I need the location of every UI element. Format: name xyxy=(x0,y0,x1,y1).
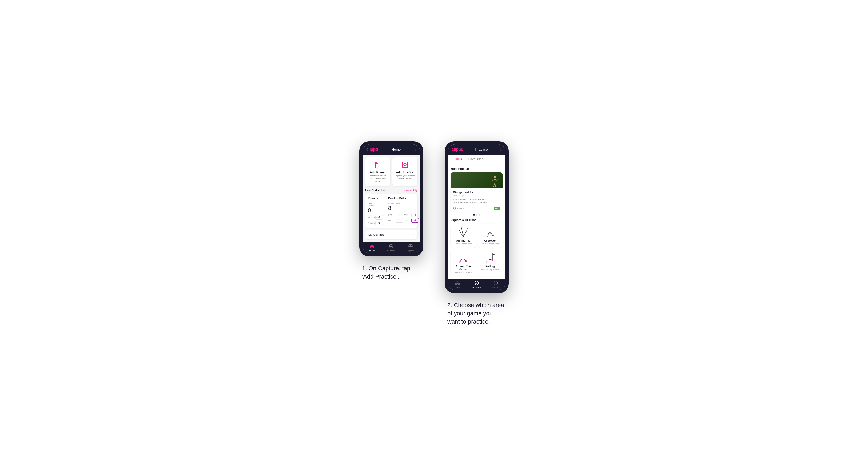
drills-capture-value: 8 xyxy=(388,205,419,211)
nav-home[interactable]: Home xyxy=(363,244,382,252)
putt-value: 4 xyxy=(411,218,419,223)
phone2-header-title: Practice xyxy=(475,147,488,151)
phone1-logo: clippd xyxy=(366,147,378,152)
nav-home-label: Home xyxy=(369,249,375,252)
action-cards: Add Round Record your shots fast or enha… xyxy=(365,157,417,186)
phone1-caption: 1. On Capture, tap 'Add Practice'. xyxy=(362,264,421,281)
rounds-capture-label: Rounds Capture xyxy=(368,202,383,207)
nav2-capture-label: Capture xyxy=(492,286,500,288)
skill-card-ott[interactable]: Off The Tee Power and accuracy xyxy=(451,224,476,248)
phone2-menu-icon[interactable]: ≡ xyxy=(500,147,502,152)
tabs-bar: Drills Favourites xyxy=(448,155,505,164)
arg-visual xyxy=(457,252,470,264)
ott-desc: Power and accuracy xyxy=(455,243,472,245)
stats-container: Rounds Rounds Capture 0 Tournament 0 xyxy=(365,194,417,228)
phone2-bottom-nav: Home Activities xyxy=(448,279,505,290)
most-popular-title: Most Popular xyxy=(451,167,503,170)
drill-image xyxy=(451,173,503,188)
tab-drills[interactable]: Drills xyxy=(452,155,465,164)
nav-capture-label: Capture xyxy=(407,249,414,252)
rounds-capture-value: 0 xyxy=(368,207,383,214)
phone1-section: clippd Home ≡ xyxy=(359,141,423,281)
putt-label: PUTT xyxy=(404,219,410,221)
phone2-header: clippd Practice ≡ xyxy=(448,145,505,155)
phone1-content: Add Round Record your shots fast or enha… xyxy=(363,155,420,242)
rounds-mini-stats: Tournament 0 Practice 0 xyxy=(368,215,383,225)
phone1-screen: clippd Home ≡ xyxy=(363,145,420,253)
arg-value: 0 xyxy=(396,218,403,223)
practice-card-icon xyxy=(401,160,409,169)
golf-bag-chevron: › xyxy=(413,233,414,237)
practice-label: Practice xyxy=(368,222,374,224)
putt-visual xyxy=(484,252,497,264)
putt-row: PUTT 4 xyxy=(404,218,419,223)
drills-col: Practice Drills Drills Capture 8 OTT 0 xyxy=(388,197,419,225)
nav-capture[interactable]: Capture xyxy=(401,244,420,252)
svg-point-2 xyxy=(404,163,406,165)
practice-row: Practice 0 xyxy=(368,221,383,225)
favourite-star-icon[interactable]: ☆ xyxy=(497,191,500,194)
phone1-frame: clippd Home ≡ xyxy=(359,141,423,256)
rounds-col-title: Rounds xyxy=(368,197,383,201)
approach-desc: Dial-in to hit the green xyxy=(481,243,499,245)
ott-label: OTT xyxy=(388,214,395,216)
rounds-col: Rounds Rounds Capture 0 Tournament 0 xyxy=(368,197,383,225)
explore-title: Explore skill areas xyxy=(451,218,503,221)
featured-info: Wedge Ladder 50–100 yds Play 1 shot at e… xyxy=(451,188,503,206)
nav2-home-label: Home xyxy=(455,286,460,288)
svg-point-23 xyxy=(459,261,460,262)
arg-row: ARG 0 xyxy=(388,218,403,223)
ott-visual xyxy=(457,226,470,238)
arg-label: ARG xyxy=(388,219,395,221)
svg-line-13 xyxy=(492,179,495,181)
skill-card-arg[interactable]: Around The Green Hone your short game xyxy=(451,249,476,276)
drill-name: Wedge Ladder xyxy=(453,191,495,194)
svg-point-11 xyxy=(494,176,496,178)
phone2-logo: clippd xyxy=(452,147,463,152)
skill-card-putt[interactable]: Putting Make and lag practice xyxy=(477,249,503,276)
phone1-menu-icon[interactable]: ≡ xyxy=(414,147,416,152)
putt-desc: Make and lag practice xyxy=(481,269,499,270)
ott-value: 0 xyxy=(396,213,403,217)
drill-range: 50–100 yds xyxy=(453,194,495,197)
nav2-activities[interactable]: Activities xyxy=(467,281,486,288)
approach-visual xyxy=(484,226,497,238)
ott-name: Off The Tee xyxy=(456,239,470,242)
nav2-capture[interactable]: Capture xyxy=(486,281,505,288)
tournament-value: 0 xyxy=(375,215,383,220)
app-row: APP 4 xyxy=(404,213,419,217)
drill-desc: Play 1 shot at each target yardage. If y… xyxy=(453,198,495,204)
svg-point-24 xyxy=(460,261,461,262)
tab-favourites[interactable]: Favourites xyxy=(465,155,487,164)
months-title: Last 3 Months xyxy=(365,189,385,192)
shots-info: 9 shots xyxy=(453,207,464,210)
view-activity-link[interactable]: View Activity xyxy=(404,189,417,192)
nav2-home[interactable]: Home xyxy=(448,281,467,288)
add-practice-card[interactable]: Add Practice Capture your practice off-t… xyxy=(393,157,417,186)
svg-point-18 xyxy=(454,207,456,209)
phone1-header: clippd Home ≡ xyxy=(363,145,420,155)
ott-row: OTT 0 xyxy=(388,213,403,217)
svg-line-17 xyxy=(495,183,496,187)
nav-activities[interactable]: Activities xyxy=(382,244,401,252)
phone2-section: clippd Practice ≡ Drills Favourites Most… xyxy=(445,141,509,326)
drills-col-title: Practice Drills xyxy=(388,197,419,201)
add-round-card[interactable]: Add Round Record your shots fast or enha… xyxy=(365,157,390,186)
stats-row: Rounds Rounds Capture 0 Tournament 0 xyxy=(368,197,415,225)
phone1-bottom-nav: Home Activities xyxy=(363,242,420,253)
golf-bag-row[interactable]: My Golf Bag › xyxy=(365,230,417,239)
dot-1 xyxy=(473,214,475,216)
putt-name: Putting xyxy=(486,265,495,268)
nav2-activities-label: Activities xyxy=(472,286,481,288)
add-practice-title: Add Practice xyxy=(396,170,414,174)
svg-line-16 xyxy=(493,183,495,187)
phone1-header-title: Home xyxy=(392,147,401,151)
phone2-screen: clippd Practice ≡ Drills Favourites Most… xyxy=(448,145,505,290)
phone2-caption: 2. Choose which area of your game you wa… xyxy=(447,301,506,326)
skill-card-approach[interactable]: Approach Dial-in to hit the green xyxy=(477,224,503,248)
arg-name: Around The Green xyxy=(453,265,474,271)
phone2-frame: clippd Practice ≡ Drills Favourites Most… xyxy=(445,141,509,293)
drills-capture-label: Drills Capture xyxy=(388,202,419,205)
dot-3 xyxy=(478,214,480,216)
featured-drill-card[interactable]: Wedge Ladder 50–100 yds Play 1 shot at e… xyxy=(451,173,503,212)
